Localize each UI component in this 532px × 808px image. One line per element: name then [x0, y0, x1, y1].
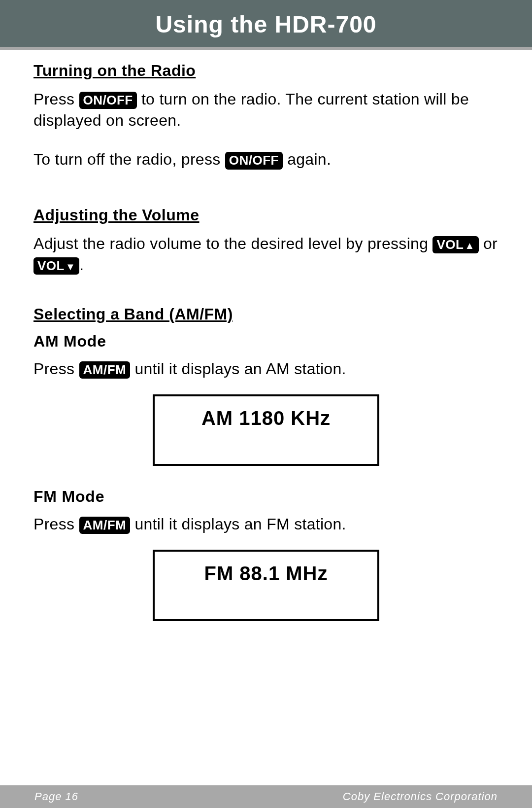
- page-footer: Page 16 Coby Electronics Corporation: [0, 785, 532, 808]
- footer-page-number: Page 16: [34, 790, 78, 803]
- display-box-am: AM 1180 KHz: [153, 394, 379, 466]
- onoff-button-label: ON/OFF: [79, 92, 137, 109]
- text: Press: [33, 90, 79, 108]
- onoff-button-label: ON/OFF: [225, 152, 283, 169]
- section-band: Selecting a Band (AM/FM) AM Mode Press A…: [33, 305, 499, 621]
- page-title: Using the HDR-700: [0, 11, 532, 38]
- paragraph-volume: Adjust the radio volume to the desired l…: [33, 233, 499, 276]
- subheading-fm-mode: FM Mode: [33, 488, 499, 506]
- text: Adjust the radio volume to the desired l…: [33, 235, 432, 252]
- text: Press: [33, 360, 79, 378]
- display-text-fm: FM 88.1 MHz: [155, 562, 377, 585]
- section-turning-on: Turning on the Radio Press ON/OFF to tur…: [33, 62, 499, 171]
- display-box-fm: FM 88.1 MHz: [153, 550, 379, 621]
- amfm-button-label: AM/FM: [79, 517, 131, 534]
- paragraph-am-mode: Press AM/FM until it displays an AM stat…: [33, 358, 499, 380]
- paragraph-turn-off: To turn off the radio, press ON/OFF agai…: [33, 149, 499, 170]
- heading-volume: Adjusting the Volume: [33, 206, 499, 224]
- paragraph-fm-mode: Press AM/FM until it displays an FM stat…: [33, 514, 499, 535]
- text: until it displays an FM station.: [130, 515, 346, 533]
- amfm-button-label: AM/FM: [79, 361, 131, 379]
- text: until it displays an AM station.: [130, 360, 346, 378]
- paragraph-turn-on: Press ON/OFF to turn on the radio. The c…: [33, 89, 499, 131]
- vol-up-button-label: VOL: [432, 236, 478, 253]
- triangle-down-icon: [65, 258, 75, 273]
- vol-down-button-label: VOL: [33, 257, 79, 275]
- page-header: Using the HDR-700: [0, 0, 532, 50]
- heading-band: Selecting a Band (AM/FM): [33, 305, 499, 323]
- text: again.: [283, 150, 331, 168]
- subheading-am-mode: AM Mode: [33, 332, 499, 351]
- page-content: Turning on the Radio Press ON/OFF to tur…: [0, 50, 532, 621]
- text: To turn off the radio, press: [33, 150, 225, 168]
- text: .: [79, 256, 84, 274]
- footer-company: Coby Electronics Corporation: [343, 790, 498, 803]
- triangle-up-icon: [464, 237, 474, 252]
- text: Press: [33, 515, 79, 533]
- heading-turning-on: Turning on the Radio: [33, 62, 499, 80]
- display-text-am: AM 1180 KHz: [155, 407, 377, 429]
- section-volume: Adjusting the Volume Adjust the radio vo…: [33, 206, 499, 276]
- text: or: [479, 235, 498, 252]
